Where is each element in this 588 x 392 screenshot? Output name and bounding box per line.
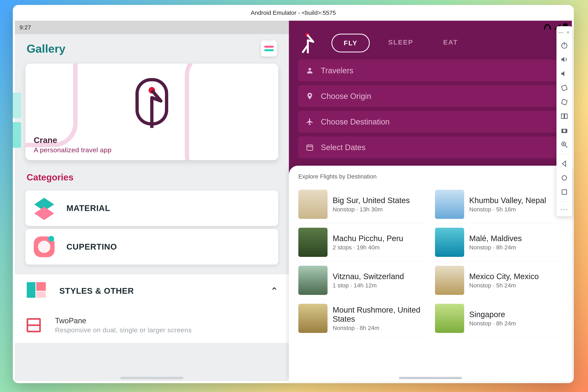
destination-meta: Nonstop · 5h 24m [469,282,539,289]
search-destination[interactable]: Choose Destination [298,111,562,132]
window-titlebar: Android Emulator - <build>:5575 [13,5,574,21]
search-destination-label: Choose Destination [321,118,390,126]
svg-rect-19 [561,99,567,105]
rotate-left-icon[interactable] [558,82,570,94]
camera-icon[interactable] [558,124,570,136]
destination-meta: 1 stop · 14h 12m [333,282,404,289]
search-dates[interactable]: Select Dates [298,136,562,158]
home-indicator[interactable] [120,377,183,379]
destination-item[interactable]: Big Sur, United StatesNonstop · 13h 30m [298,185,426,224]
minimize-icon[interactable]: — [558,29,563,36]
emulator-toolbar: — × ··· [556,26,572,216]
search-origin[interactable]: Choose Origin [298,85,562,107]
sheet-title: Explore Flights by Destination [298,173,562,180]
close-icon[interactable]: × [566,29,569,36]
person-icon [306,66,314,74]
destination-name: Mount Rushmore, United States [333,305,426,324]
featured-name: Crane [34,136,270,145]
zoom-icon[interactable] [558,139,570,150]
foldable-icon[interactable] [558,110,570,122]
search-travelers[interactable]: Travelers [298,60,562,81]
nav-home-icon[interactable] [558,172,570,184]
svg-rect-8 [36,282,46,291]
volume-up-icon[interactable] [558,54,570,66]
edge-tab-1[interactable] [13,92,21,118]
calendar-icon [306,144,314,151]
clock: 9:27 [20,24,31,31]
destination-thumb [435,190,464,219]
gallery-app: 9:27 Gallery [15,21,289,381]
svg-point-23 [563,130,565,132]
destination-thumb [298,266,328,295]
categories-heading: Categories [15,164,289,187]
destination-item[interactable]: Malé, MaldivesNonstop · 8h 24m [435,224,562,262]
destination-name: Mexico City, Mexico [469,272,539,281]
destination-item[interactable]: Mount Rushmore, United StatesNonstop · 8… [298,300,426,338]
search-dates-label: Select Dates [321,143,366,152]
svg-rect-9 [36,292,46,298]
svg-marker-3 [34,207,54,220]
tab-eat[interactable]: EAT [432,34,469,52]
svg-point-5 [38,241,50,253]
material-icon [31,196,57,221]
svg-rect-21 [565,114,567,118]
destination-meta: Nonstop · 5h 16m [469,206,546,213]
crane-app-logo-icon[interactable] [300,32,319,54]
home-indicator[interactable] [399,377,462,379]
styles-icon [26,279,49,303]
power-icon[interactable] [558,40,570,51]
svg-line-25 [565,146,567,148]
destination-name: Machu Picchu, Peru [333,234,403,243]
destination-thumb [298,228,328,257]
featured-tagline: A personalized travel app [34,146,270,154]
category-cupertino[interactable]: CUPERTINO [26,229,278,264]
destination-meta: Nonstop · 8h 24m [469,320,516,327]
destination-name: Vitznau, Switzerland [333,272,404,281]
cupertino-icon [31,234,57,260]
twopane-icon [27,318,41,332]
svg-rect-29 [562,190,566,194]
destination-item[interactable]: Mexico City, MexicoNonstop · 5h 24m [435,262,562,300]
svg-point-28 [562,176,566,180]
category-label: MATERIAL [67,204,110,213]
destination-item[interactable]: SingaporeNonstop · 8h 24m [435,300,562,338]
destination-name: Singapore [469,310,516,319]
destination-item[interactable]: Vitznau, Switzerland1 stop · 14h 12m [298,262,426,300]
category-material[interactable]: MATERIAL [26,190,278,226]
destination-thumb [298,190,328,219]
window-title: Android Emulator - <build>:5575 [251,10,336,16]
destination-name: Khumbu Valley, Nepal [469,196,546,205]
destination-thumb [435,228,464,257]
svg-point-6 [49,236,54,242]
svg-point-11 [309,68,311,70]
styles-expander[interactable]: STYLES & OTHER ⌃ [15,274,289,308]
subitem-desc: Responsive on dual, single or larger scr… [55,326,192,334]
destination-item[interactable]: Machu Picchu, Peru2 stops · 19h 40m [298,224,426,262]
destination-meta: 2 stops · 19h 40m [333,244,403,251]
status-bar-left: 9:27 [15,21,289,34]
more-icon[interactable]: ··· [560,205,568,213]
settings-toggle[interactable] [261,40,277,56]
styles-label: STYLES & OTHER [59,286,260,296]
subitem-twopane[interactable]: TwoPane Responsive on dual, single or la… [15,308,289,343]
gallery-title: Gallery [27,42,66,55]
destination-meta: Nonstop · 13h 30m [333,206,410,213]
nav-overview-icon[interactable] [558,186,570,198]
chevron-up-icon: ⌃ [270,286,278,296]
plane-icon [306,118,314,126]
rotate-right-icon[interactable] [558,96,570,108]
svg-rect-7 [27,282,36,298]
toggle-line-2 [264,49,274,51]
volume-down-icon[interactable] [558,68,570,80]
tab-fly[interactable]: FLY [332,34,370,52]
destination-item[interactable]: Khumbu Valley, NepalNonstop · 5h 16m [435,185,562,224]
svg-rect-18 [561,85,567,91]
destination-meta: Nonstop · 8h 24m [333,325,426,331]
crane-logo-icon [131,77,173,131]
nav-back-icon[interactable] [558,158,570,170]
edge-tab-2[interactable] [13,122,21,148]
featured-card-crane[interactable]: Crane A personalized travel app [26,64,278,160]
destination-thumb [435,266,464,295]
location-icon [306,92,314,100]
tab-sleep[interactable]: SLEEP [377,34,425,52]
